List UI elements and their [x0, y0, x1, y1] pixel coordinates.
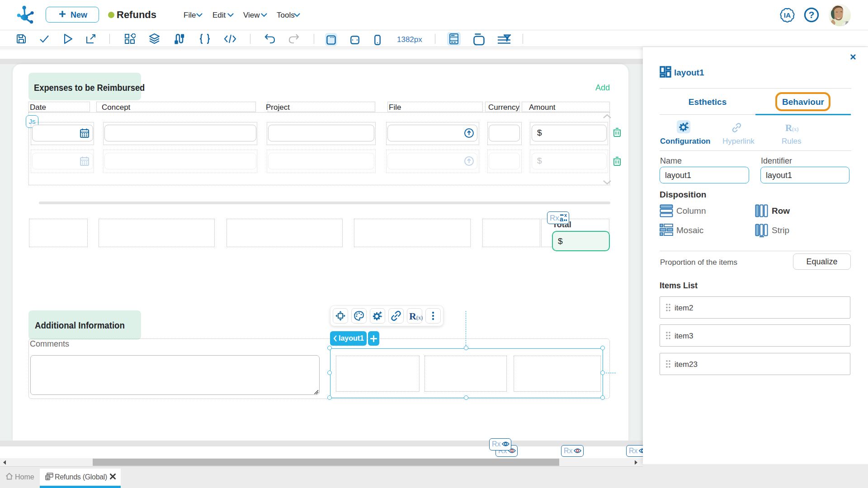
svg-text:a: a: [560, 216, 563, 223]
svg-text:x: x: [564, 213, 567, 218]
svg-text:?: ?: [809, 9, 815, 20]
svg-text:IA: IA: [784, 11, 791, 19]
